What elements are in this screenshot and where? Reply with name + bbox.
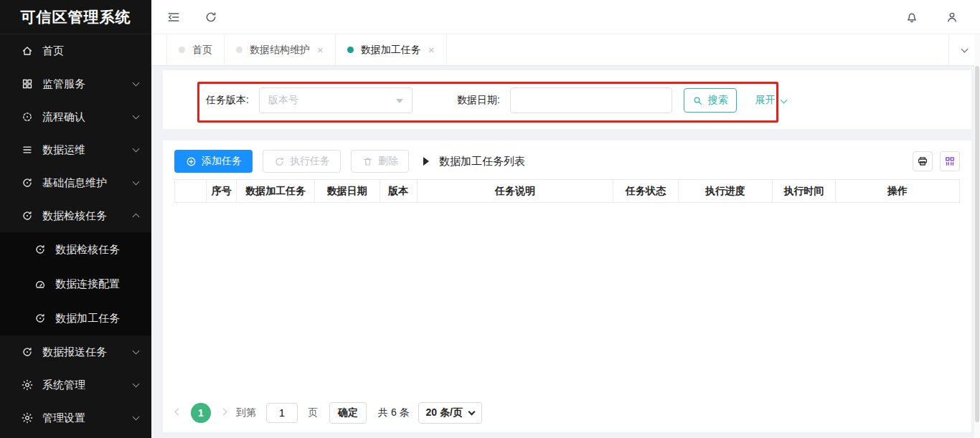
chevron-down-icon [133,80,140,87]
table-header-cell: 操作 [835,180,959,203]
confirm-icon [22,111,33,123]
tab[interactable]: 数据加工任务× [335,34,447,65]
sidebar-item[interactable]: 基础信息维护 [0,166,151,199]
sidebar-subitem[interactable]: 数据检核任务 [0,232,151,267]
table-header-cell: 版本 [380,180,417,203]
list-title: 数据加工任务列表 [423,155,525,168]
table-header-cell: 序号 [207,180,237,203]
sync-icon [34,244,46,255]
task-version-label: 任务版本: [206,94,249,107]
chevron-down-icon [133,146,140,153]
page-size-select[interactable]: 20 条/页 [418,402,482,424]
sidebar-item[interactable]: 数据检核任务 [0,199,151,232]
expand-toggle[interactable]: 展开 [755,94,786,107]
table-header-cell: 任务说明 [417,180,613,203]
tab-close-icon[interactable]: × [317,44,324,55]
sidebar-item-label: 数据运维 [42,143,133,157]
chevron-down-icon [133,414,140,421]
chevron-down-icon [133,348,140,355]
chevron-down-icon [133,178,140,186]
date-input[interactable] [510,87,672,113]
tab[interactable]: 首页 [166,34,225,65]
content-area: 任务版本: 版本号 数据日期: 搜索 展开 [151,66,980,438]
filter-panel: 任务版本: 版本号 数据日期: 搜索 展开 [163,70,971,129]
next-page-icon[interactable] [220,411,227,414]
trash-icon [362,156,373,167]
notification-bell-icon[interactable] [905,11,918,24]
select-caret-icon [396,99,403,107]
tab-status-dot-icon [236,47,242,53]
sidebar-item-label: 监管服务 [42,77,133,91]
tab-label: 首页 [192,44,212,57]
sidebar-item-label: 数据检核任务 [55,243,138,257]
tab[interactable]: 数据结构维护× [224,34,336,65]
pagination: 1 到第 页 确定 共 6 条 20 条/页 [174,402,482,424]
task-list-card: 添加任务 执行任务 删除 数据加工任务列表 [163,141,971,432]
triangle-right-icon [423,157,433,166]
sidebar-item-label: 数据检核任务 [42,209,133,223]
gauge-icon [34,278,46,290]
sidebar-item-label: 系统管理 [42,379,133,392]
sync-icon [34,313,46,324]
current-page-button[interactable]: 1 [191,403,211,423]
sidebar: 可信区管理系统 首页监管服务流程确认数据运维基础信息维护数据检核任务数据检核任务… [0,0,151,438]
column-settings-button[interactable] [940,151,960,171]
total-count-label: 共 6 条 [378,406,410,419]
sidebar-item-label: 首页 [42,44,138,58]
page-number-input[interactable] [266,403,298,423]
app-title: 可信区管理系统 [0,0,151,34]
sidebar-item-label: 数据报送任务 [42,346,133,359]
sidebar-item[interactable]: 数据报送任务 [0,335,151,368]
top-header [151,0,980,34]
tab-close-icon[interactable]: × [428,44,435,55]
print-button[interactable] [913,151,933,171]
chevron-down-icon [961,45,969,52]
printer-icon [917,156,928,167]
menu-fold-icon[interactable] [167,11,180,24]
version-select-placeholder: 版本号 [268,94,396,107]
sidebar-item[interactable]: 流程确认 [0,100,151,133]
sidebar-item-label: 基础信息维护 [42,176,133,190]
gear-icon [22,412,33,424]
search-button[interactable]: 搜索 [684,88,737,113]
search-icon [692,95,704,106]
chevron-down-icon [468,408,475,415]
confirm-page-button[interactable]: 确定 [329,402,367,424]
version-select[interactable]: 版本号 [259,87,413,113]
sidebar-item[interactable]: 监管服务 [0,67,151,100]
tab-label: 数据结构维护 [250,44,310,57]
tab-label: 数据加工任务 [361,44,421,57]
scrollbar-thumb[interactable] [975,66,979,422]
user-profile-icon[interactable] [946,11,958,24]
sidebar-item[interactable]: 首页 [0,34,151,67]
refresh-icon[interactable] [204,11,217,24]
toolbar: 添加任务 执行任务 删除 数据加工任务列表 [174,146,960,176]
list-icon [22,144,33,156]
add-task-button[interactable]: 添加任务 [174,150,253,173]
plus-circle-icon [185,156,197,167]
grid-icon [22,78,33,90]
sidebar-menu: 首页监管服务流程确认数据运维基础信息维护数据检核任务数据检核任务数据连接配置数据… [0,34,151,434]
home-icon [22,45,33,57]
delete-button[interactable]: 删除 [351,150,409,173]
table-header-cell: 任务状态 [613,180,678,203]
execute-task-button[interactable]: 执行任务 [263,150,341,173]
sidebar-submenu: 数据检核任务数据连接配置数据加工任务 [0,232,151,335]
sidebar-item[interactable]: 数据运维 [0,133,151,166]
sidebar-subitem[interactable]: 数据加工任务 [0,301,151,335]
table-header-cell: 执行时间 [772,180,835,203]
tab-status-dot-icon [179,47,185,53]
sidebar-item[interactable]: 系统管理 [0,368,151,401]
tab-bar: 首页数据结构维护×数据加工任务× [151,34,980,66]
sync-icon [22,346,33,358]
table-header-row: 序号数据加工任务数据日期版本任务说明任务状态执行进度执行时间操作 [175,180,960,203]
goto-label: 到第 [236,406,256,419]
prev-page-icon[interactable] [174,411,182,414]
execute-icon [273,156,285,167]
sidebar-subitem[interactable]: 数据连接配置 [0,267,151,301]
chevron-down-icon [780,96,787,103]
app-window: 可信区管理系统 首页监管服务流程确认数据运维基础信息维护数据检核任务数据检核任务… [0,0,980,438]
table-header-cell [175,180,207,203]
sidebar-item[interactable]: 管理设置 [0,401,151,434]
tab-status-dot-icon [347,47,354,53]
